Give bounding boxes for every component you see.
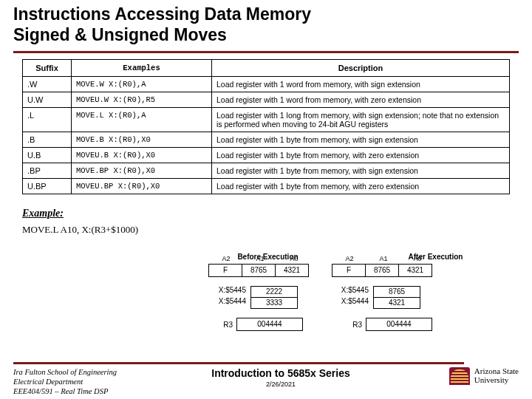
footer-course: EEE404/591 – Real Time DSP (13, 386, 161, 396)
footer-date: 2/26/2021 (170, 381, 392, 388)
cell-suffix: U.B (23, 148, 72, 163)
acc-cell: 4321 (275, 264, 309, 277)
table-row: .B MOVE.B X:(R0),X0 Load register with 1… (23, 132, 510, 148)
th-suffix: Suffix (23, 60, 72, 77)
acc-col-label: A0 (277, 255, 311, 262)
cell-desc: Load register with 1 byte from memory, w… (212, 179, 510, 194)
acc-col-label: A1 (243, 255, 277, 262)
footer-series: Introduction to 5685x Series (170, 367, 392, 379)
acc-before: A2 A1 A0 F 8765 4321 (209, 264, 309, 277)
cell-desc: Load register with 1 word from memory, w… (212, 92, 510, 108)
cell-suffix: .BP (23, 163, 72, 179)
cell-example: MOVE.BP X:(R0),X0 (72, 163, 212, 179)
mem-val: 2222 (250, 286, 298, 298)
acc-col-label: A2 (332, 255, 366, 262)
cell-desc: Load register with 1 long from memory, w… (212, 108, 510, 132)
acc-after: A2 A1 A0 F 8765 4321 (332, 264, 432, 277)
cell-suffix: .W (23, 77, 72, 92)
mem-addr: X:$5445 (209, 286, 250, 298)
mem-val: 3333 (250, 297, 298, 309)
cell-suffix: U.BP (23, 179, 72, 194)
table-row: .BP MOVE.BP X:(R0),X0 Load register with… (23, 163, 510, 179)
cell-suffix: .L (23, 108, 72, 132)
example-heading: Example: (22, 208, 510, 219)
r3-after: 004444 (366, 318, 432, 331)
example-code: MOVE.L A10, X:(R3+$1000) (22, 224, 510, 236)
table-row: U.BP MOVEU.BP X:(R0),X0 Load register wi… (23, 179, 510, 194)
cell-suffix: U.W (23, 92, 72, 108)
cell-example: MOVEU.W X:(R0),R5 (72, 92, 212, 108)
table-row: .L MOVE.L X:(R0),A Load register with 1 … (23, 108, 510, 132)
cell-suffix: .B (23, 132, 72, 148)
th-examples: Examples (72, 60, 212, 77)
slide-footer: Ira Fulton School of Engineering Electri… (0, 362, 532, 396)
cell-example: MOVE.L X:(R0),A (72, 108, 212, 132)
th-description: Description (212, 60, 510, 77)
slide-title-line1: Instructions Accessing Data Memory (13, 4, 519, 25)
acc-cell: F (208, 264, 242, 277)
mem-addr: X:$5445 (332, 286, 373, 298)
acc-cell: 4321 (398, 264, 432, 277)
r3-before: 004444 (236, 318, 303, 331)
footer-uni-line2: University (474, 376, 519, 385)
acc-col-label: A2 (209, 255, 243, 262)
cell-example: MOVEU.B X:(R0),X0 (72, 148, 212, 163)
cell-example: MOVE.B X:(R0),X0 (72, 132, 212, 148)
cell-desc: Load register with 1 byte from memory, w… (212, 132, 510, 148)
mem-val: 4321 (373, 297, 420, 309)
table-row: U.W MOVEU.W X:(R0),R5 Load register with… (23, 92, 510, 108)
acc-cell: 8765 (242, 264, 276, 277)
footer-dept: Electrical Department (13, 377, 161, 386)
move-instructions-table: Suffix Examples Description .W MOVE.W X:… (22, 59, 510, 194)
r3-label: R3 (196, 321, 237, 329)
cell-example: MOVE.W X:(R0),A (72, 77, 212, 92)
r3-label: R3 (325, 321, 366, 329)
acc-col-label: A0 (400, 255, 434, 262)
cell-desc: Load register with 1 byte from memory, w… (212, 148, 510, 163)
table-row: U.B MOVEU.B X:(R0),X0 Load register with… (23, 148, 510, 163)
acc-cell: F (332, 264, 366, 277)
footer-divider (13, 362, 464, 364)
mem-addr: X:$5444 (209, 297, 250, 309)
footer-uni-line1: Arizona State (474, 367, 519, 376)
acc-col-label: A1 (366, 255, 400, 262)
cell-desc: Load register with 1 word from memory, w… (212, 77, 510, 92)
table-row: .W MOVE.W X:(R0),A Load register with 1 … (23, 77, 510, 92)
asu-logo-icon (449, 367, 470, 385)
execution-diagram: Before Execution After Execution A2 A1 A… (196, 253, 514, 335)
mem-addr: X:$5444 (332, 297, 373, 309)
mem-val: 8765 (373, 286, 420, 298)
slide-title-line2: Signed & Unsigned Moves (13, 25, 519, 46)
acc-cell: 8765 (365, 264, 399, 277)
title-divider (13, 51, 519, 53)
footer-school: Ira Fulton School of Engineering (13, 367, 161, 377)
cell-desc: Load register with 1 byte from memory, w… (212, 163, 510, 179)
cell-example: MOVEU.BP X:(R0),X0 (72, 179, 212, 194)
